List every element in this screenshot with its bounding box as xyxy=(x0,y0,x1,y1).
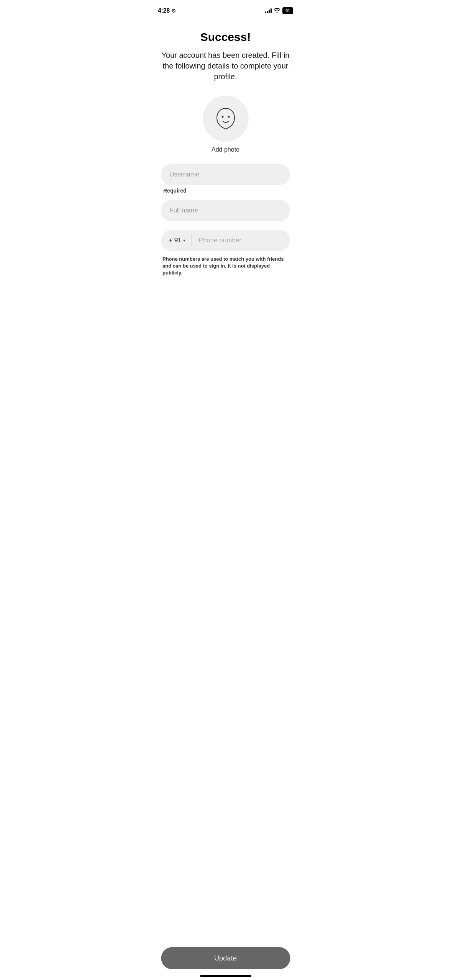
avatar-upload-button[interactable] xyxy=(203,96,249,142)
status-bar: 4:28 ⚙ 91 xyxy=(150,0,301,19)
phone-row[interactable]: + 91 ▾ xyxy=(161,230,290,251)
battery-level: 91 xyxy=(285,8,290,13)
page-title: Success! xyxy=(200,31,251,44)
signal-icon xyxy=(265,8,272,13)
page-subtitle: Your account has been created. Fill in t… xyxy=(161,50,290,82)
status-icons: 91 xyxy=(265,7,293,14)
chevron-down-icon: ▾ xyxy=(183,238,185,243)
svg-point-1 xyxy=(228,116,230,118)
country-code-selector[interactable]: + 91 ▾ xyxy=(161,230,192,251)
settings-system-icon: ⚙ xyxy=(171,8,176,14)
add-photo-label[interactable]: Add photo xyxy=(212,146,239,153)
svg-point-0 xyxy=(221,116,223,118)
battery-icon: 91 xyxy=(282,7,293,14)
phone-helper-text: Phone numbers are used to match you with… xyxy=(162,256,290,277)
username-input[interactable] xyxy=(161,164,290,185)
phone-input[interactable] xyxy=(192,230,290,251)
avatar-face-icon xyxy=(212,105,239,132)
country-code-text: + 91 xyxy=(169,237,182,244)
main-content: Success! Your account has been created. … xyxy=(150,19,301,277)
required-label: Required xyxy=(163,188,290,194)
avatar-section[interactable]: Add photo xyxy=(203,96,249,153)
form-section: Required + 91 ▾ Phone numbers are used t… xyxy=(161,164,290,277)
wifi-icon xyxy=(274,8,280,14)
fullname-input[interactable] xyxy=(161,200,290,221)
status-time: 4:28 xyxy=(158,7,170,14)
